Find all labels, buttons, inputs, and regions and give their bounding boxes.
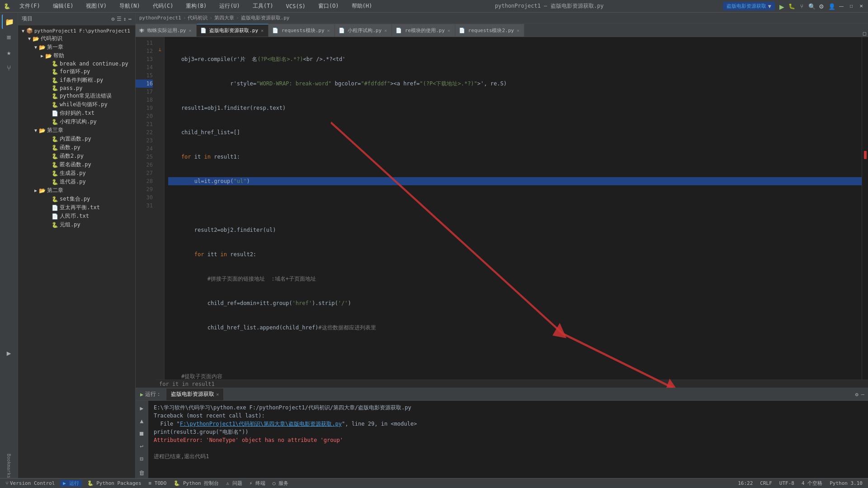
- bookmarks-label[interactable]: Bookmarks: [6, 454, 11, 478]
- terminal-settings-icon[interactable]: ⚙: [855, 391, 859, 398]
- tab-movie[interactable]: 📄 盗版电影资源获取.py ✕: [197, 24, 269, 37]
- terminal-gear-button[interactable]: 🗑: [137, 467, 147, 478]
- tree-item-rmb[interactable]: ▶ 📄 人民币.txt: [18, 212, 135, 221]
- status-crlf[interactable]: CRLF: [758, 480, 774, 486]
- status-encoding[interactable]: UTF-8: [778, 480, 796, 486]
- status-python[interactable]: Python 3.10: [828, 480, 864, 486]
- minimize-button[interactable]: —: [838, 3, 844, 9]
- sidebar-gear-icon[interactable]: ⚙: [111, 16, 114, 22]
- tab-spider[interactable]: 🕷 蜘蛛实际运用.py ✕: [136, 24, 197, 37]
- tree-item-for[interactable]: ▶ 🐍 for循环.py: [18, 67, 135, 76]
- terminal-tab-movie[interactable]: 盗版电影资源获取 ✕: [166, 389, 224, 400]
- code-content[interactable]: obj3=re.compile(r'片 名(?P<电影名>.*?)<br />.…: [165, 37, 862, 388]
- tree-item-tuple[interactable]: ▶ 🐍 元组.py: [18, 221, 135, 229]
- menu-view[interactable]: 视图(V): [82, 1, 110, 11]
- terminal-run-button[interactable]: ▶: [137, 403, 147, 413]
- tab-movie-close[interactable]: ✕: [260, 28, 264, 33]
- tree-item-break[interactable]: ▶ 🐍 break and continue.py: [18, 60, 135, 67]
- status-terminal[interactable]: ⚡ 终端: [248, 480, 267, 487]
- status-services[interactable]: ○ 服务: [271, 480, 290, 487]
- status-vcs[interactable]: ⑂ Version Control: [4, 480, 57, 486]
- term-file-link[interactable]: F:\pythonProject1\代码初识\第四大章\盗版电影资源获取.py: [180, 421, 342, 427]
- tree-item-ch2[interactable]: ▶ 📂 第二章: [18, 186, 135, 195]
- menu-help[interactable]: 帮助(H): [348, 1, 376, 11]
- menu-refactor[interactable]: 重构(B): [182, 1, 210, 11]
- tab-requests2[interactable]: 📄 requests模块2.py ✕: [455, 24, 524, 37]
- tab-spider-close[interactable]: ✕: [188, 28, 193, 33]
- run-button[interactable]: ▶: [778, 3, 785, 9]
- title-bar: 🐍 文件(F) 编辑(E) 视图(V) 导航(N) 代码(C) 重构(B) 运行…: [0, 0, 868, 13]
- menu-code[interactable]: 代码(C): [149, 1, 177, 11]
- close-button[interactable]: ✕: [858, 3, 864, 9]
- debug-button[interactable]: 🐛: [788, 3, 795, 9]
- terminal-up-button[interactable]: ▲: [137, 415, 147, 426]
- tree-item-daima[interactable]: ▼ 📂 代码初识: [18, 34, 135, 43]
- sidebar-collapse-icon[interactable]: ↔: [128, 16, 132, 22]
- tab-re[interactable]: 📄 re模块的使用.py ✕: [392, 24, 455, 37]
- term-line-file[interactable]: File "F:\pythonProject1\代码初识\第四大章\盗版电影资源…: [154, 420, 863, 428]
- tree-item-while[interactable]: ▶ 🐍 while语句循环.py: [18, 100, 135, 109]
- tree-item-ch3[interactable]: ▼ 📂 第三章: [18, 126, 135, 135]
- breadcrumb-part4[interactable]: 盗版电影资源获取.py: [241, 14, 290, 21]
- code-editor[interactable]: 11 12 13 14 15 16 17 18 19 20 21 22 23 2…: [136, 37, 868, 388]
- tree-root[interactable]: ▼ 📦 pythonProject1 F:\pythonProject1: [18, 27, 135, 34]
- favorites-button[interactable]: ★: [2, 45, 16, 60]
- tab-requests[interactable]: 📄 requests模块.py ✕: [269, 24, 335, 37]
- tab-xcx[interactable]: 📄 小程序试构.py ✕: [335, 24, 392, 37]
- run-manager-button[interactable]: ▶: [2, 346, 16, 361]
- menu-tools[interactable]: 工具(T): [249, 1, 277, 11]
- menu-nav[interactable]: 导航(N): [116, 1, 144, 11]
- tree-item-if[interactable]: ▶ 🐍 if条件判断框.py: [18, 76, 135, 84]
- tree-item-pyerr[interactable]: ▶ 🐍 python常见语法错误: [18, 92, 135, 100]
- user-button[interactable]: 👤: [828, 3, 835, 9]
- structure-button[interactable]: ≡: [2, 30, 16, 44]
- tree-item-ch1[interactable]: ▼ 📂 第一章: [18, 43, 135, 52]
- menu-vcs[interactable]: VCS(S): [283, 2, 309, 10]
- terminal-wrap-button[interactable]: ↩: [137, 441, 147, 451]
- sidebar-layout-icon[interactable]: ☰: [117, 16, 122, 22]
- status-indent[interactable]: 4 个空格: [800, 480, 824, 487]
- terminal-movie-close[interactable]: ✕: [216, 392, 219, 397]
- project-view-button[interactable]: 📁: [2, 14, 16, 29]
- tab-requests2-close[interactable]: ✕: [516, 28, 520, 33]
- tree-item-iter[interactable]: ▶ 🐍 迭代器.py: [18, 178, 135, 186]
- git-button[interactable]: ⑂: [798, 3, 805, 9]
- status-run[interactable]: ▶ 运行: [60, 480, 81, 487]
- tree-item-set[interactable]: ▶ 🐍 set集合.py: [18, 195, 135, 203]
- tree-item-yt[interactable]: ▶ 📄 亚太再平衡.txt: [18, 203, 135, 212]
- terminal-stop-button[interactable]: ⏹: [137, 428, 147, 439]
- breadcrumb-part3[interactable]: 第四大章: [214, 14, 234, 21]
- tree-item-builtin[interactable]: ▶ 🐍 内置函数.py: [18, 135, 135, 143]
- menu-run[interactable]: 运行(U): [216, 1, 244, 11]
- menu-edit[interactable]: 编辑(E): [49, 1, 77, 11]
- search-button[interactable]: 🔍: [808, 3, 815, 9]
- menu-file[interactable]: 文件(F): [16, 1, 44, 11]
- tree-item-lambda[interactable]: ▶ 🐍 匿名函数.py: [18, 160, 135, 169]
- editor-layout-icon[interactable]: □: [863, 30, 866, 37]
- tree-item-xcx[interactable]: ▶ 🐍 小程序试构.py: [18, 117, 135, 126]
- breadcrumb-part2[interactable]: 代码初识: [188, 14, 208, 21]
- tab-requests-close[interactable]: ✕: [326, 28, 331, 33]
- tab-re-close[interactable]: ✕: [447, 28, 451, 33]
- tab-xcx-close[interactable]: ✕: [383, 28, 388, 33]
- breadcrumb-part1[interactable]: pythonProject1: [139, 15, 181, 21]
- maximize-button[interactable]: □: [848, 3, 854, 9]
- menu-window[interactable]: 窗口(O): [315, 1, 343, 11]
- tree-item-gen[interactable]: ▶ 🐍 生成器.py: [18, 169, 135, 178]
- vcs-button[interactable]: ⑂: [2, 61, 16, 75]
- terminal-filter-button[interactable]: ⊟: [137, 453, 147, 464]
- tree-lambda-label: 匿名函数.py: [60, 161, 91, 169]
- status-packages[interactable]: 🐍 Python Packages: [85, 480, 143, 486]
- status-console[interactable]: 🐍 Python 控制台: [172, 480, 221, 487]
- tree-item-pass[interactable]: ▶ 🐍 pass.py: [18, 84, 135, 92]
- sidebar-expand-icon[interactable]: ↕: [123, 16, 127, 22]
- status-problems[interactable]: ⚠ 问题: [224, 480, 244, 487]
- status-todo[interactable]: ≡ TODO: [147, 480, 169, 486]
- project-dropdown-icon[interactable]: ▼: [768, 3, 771, 9]
- settings-button[interactable]: ⚙: [818, 3, 825, 9]
- tree-item-func2[interactable]: ▶ 🐍 函数2.py: [18, 152, 135, 160]
- tree-item-help[interactable]: ▶ 📂 帮助: [18, 52, 135, 60]
- tree-item-nihao[interactable]: ▶ 📄 你好妈的.txt: [18, 109, 135, 117]
- terminal-minimize-icon[interactable]: —: [861, 391, 864, 398]
- tree-item-func[interactable]: ▶ 🐍 函数.py: [18, 143, 135, 152]
